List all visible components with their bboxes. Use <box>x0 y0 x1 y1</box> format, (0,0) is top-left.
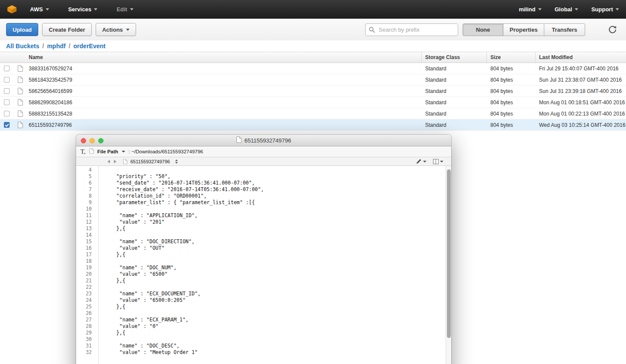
row-checkbox[interactable] <box>4 111 10 116</box>
nav-menu-item[interactable]: Services <box>68 6 98 13</box>
nav-menu-item[interactable]: AWS <box>30 6 49 13</box>
cell-object-name[interactable]: 588832155135428 <box>27 111 422 117</box>
document-icon <box>123 159 127 164</box>
table-row[interactable]: 588832155135428 Standard 804 bytes Mon A… <box>0 108 626 119</box>
traffic-lights <box>81 138 103 143</box>
document-icon <box>236 136 242 145</box>
line-number: 32 <box>76 349 98 356</box>
nav-menu-item[interactable]: Support <box>591 6 619 13</box>
file-icon <box>13 122 27 128</box>
file-path-value: : ~/Downloads/651155932749796 <box>129 149 203 154</box>
cell-object-name[interactable]: 588629908204186 <box>27 99 422 106</box>
line-number: 9 <box>76 199 98 206</box>
code-line-text: "name" : "DOC_NUM", <box>98 265 176 271</box>
actions-button-label: Actions <box>102 26 123 33</box>
line-number: 29 <box>76 330 98 336</box>
line-number: 6 <box>76 180 98 186</box>
code-line: 11 "name" : "APPLICATION_ID", <box>76 212 446 219</box>
breadcrumb-separator: / <box>69 43 70 50</box>
header-size[interactable]: Size <box>487 52 536 63</box>
row-checkbox[interactable] <box>4 122 10 128</box>
cell-object-name[interactable]: 388331670529274 <box>27 66 422 72</box>
line-number: 23 <box>76 291 98 297</box>
table-row[interactable]: 388331670529274 Standard 804 bytes Fri J… <box>0 63 626 74</box>
table-row[interactable]: 588629908204186 Standard 804 bytes Mon A… <box>0 97 626 108</box>
upload-button[interactable]: Upload <box>6 23 38 36</box>
actions-button[interactable]: Actions <box>96 23 136 36</box>
scrollbar-thumb[interactable] <box>447 169 451 338</box>
cell-last-modified: Sun Jul 31 23:38:07 GMT-400 2016 <box>536 77 626 83</box>
header-last-modified[interactable]: Last Modified <box>536 52 626 63</box>
file-path-label[interactable]: File Path <box>97 149 118 154</box>
caret-down-icon <box>46 8 49 10</box>
window-titlebar[interactable]: 651155932749796 <box>76 135 451 146</box>
view-mode-button[interactable]: Properties <box>503 23 544 36</box>
edit-tools-menu[interactable] <box>416 159 426 164</box>
cell-object-name[interactable]: 586184323542579 <box>27 77 422 83</box>
back-button[interactable] <box>107 160 110 163</box>
close-button[interactable] <box>81 138 86 143</box>
code-line-text: "send_date" : "2016-07-14T05:36:41.000-0… <box>98 180 255 186</box>
editor-scrollbar[interactable] <box>446 166 451 364</box>
cell-size: 804 bytes <box>487 99 536 106</box>
table-row[interactable]: 586184323542579 Standard 804 bytes Sun J… <box>0 74 626 86</box>
table-row[interactable]: 651155932749796 Standard 804 bytes Wed A… <box>0 119 626 131</box>
nav-menu-item[interactable]: Edit <box>117 6 133 13</box>
minimize-button[interactable] <box>90 138 95 143</box>
row-checkbox[interactable] <box>4 99 10 105</box>
forward-button[interactable] <box>114 160 117 163</box>
row-checkbox[interactable] <box>4 88 10 94</box>
text-options-icon[interactable]: T, <box>80 148 86 156</box>
code-line-text: "correlation_id" : "ORD00001", <box>98 193 206 199</box>
window-title: 651155932749796 <box>244 137 291 144</box>
breadcrumb-link-folder[interactable]: orderEvent <box>73 43 106 50</box>
split-view-menu[interactable] <box>433 159 443 164</box>
refresh-button[interactable] <box>607 24 618 35</box>
row-checkbox-cell <box>0 88 13 94</box>
code-line: 21 },{ <box>76 278 446 284</box>
view-mode-button[interactable]: Transfers <box>544 23 585 36</box>
line-number: 27 <box>76 317 98 323</box>
code-line: 14 <box>76 232 446 238</box>
cell-storage-class: Standard <box>422 99 487 106</box>
cell-object-name[interactable]: 651155932749796 <box>27 122 422 128</box>
code-line-text: "value" : "6500:0:205" <box>98 297 186 304</box>
code-line: 32 "value" : "Meetup Order 1" <box>76 349 446 356</box>
code-line-text <box>98 284 101 291</box>
breadcrumb-link-bucket[interactable]: mphdf <box>47 43 66 50</box>
row-checkbox-cell <box>0 77 13 83</box>
create-folder-button[interactable]: Create Folder <box>42 23 92 36</box>
aws-logo-icon[interactable] <box>7 5 17 14</box>
table-row[interactable]: 586256564016599 Standard 804 bytes Sun J… <box>0 86 626 97</box>
view-mode-button[interactable]: None <box>463 23 503 36</box>
code-line-text: "parameter_list" : { "parameter_list_ite… <box>98 199 255 206</box>
line-number: 5 <box>76 173 98 180</box>
cell-storage-class: Standard <box>422 111 487 117</box>
line-number: 22 <box>76 284 98 291</box>
code-area[interactable]: 4 5 "priority" : "50", 6 "send_date" : "… <box>76 166 446 364</box>
cell-last-modified: Mon Aug 01 00:22:13 GMT-400 2016 <box>536 111 626 117</box>
line-number: 10 <box>76 206 98 212</box>
document-selector[interactable]: 651155932749796 <box>130 159 170 164</box>
file-icon <box>13 65 27 72</box>
line-number: 20 <box>76 271 98 278</box>
header-name[interactable]: Name <box>27 52 422 63</box>
search-input[interactable] <box>365 23 458 36</box>
docbar-right-group <box>412 159 443 164</box>
nav-menu-item[interactable]: Global <box>555 6 578 13</box>
nav-menu-item[interactable]: milind <box>519 6 541 13</box>
row-checkbox[interactable] <box>4 77 10 83</box>
nav-menu-label: Global <box>555 6 572 13</box>
breadcrumb-link-all-buckets[interactable]: All Buckets <box>6 43 39 50</box>
code-line-text: "value" : "0" <box>98 323 159 330</box>
code-line-text: "value" : "Meetup Order 1" <box>98 349 198 356</box>
document-icon <box>89 148 94 156</box>
file-icon <box>13 99 27 106</box>
row-checkbox[interactable] <box>4 66 10 71</box>
cell-object-name[interactable]: 586256564016599 <box>27 88 422 94</box>
code-line-text: },{ <box>98 330 125 336</box>
document-stepper[interactable] <box>175 159 178 164</box>
code-line: 25 },{ <box>76 304 446 310</box>
header-storage-class[interactable]: Storage Class <box>422 52 487 63</box>
zoom-button[interactable] <box>98 138 103 143</box>
